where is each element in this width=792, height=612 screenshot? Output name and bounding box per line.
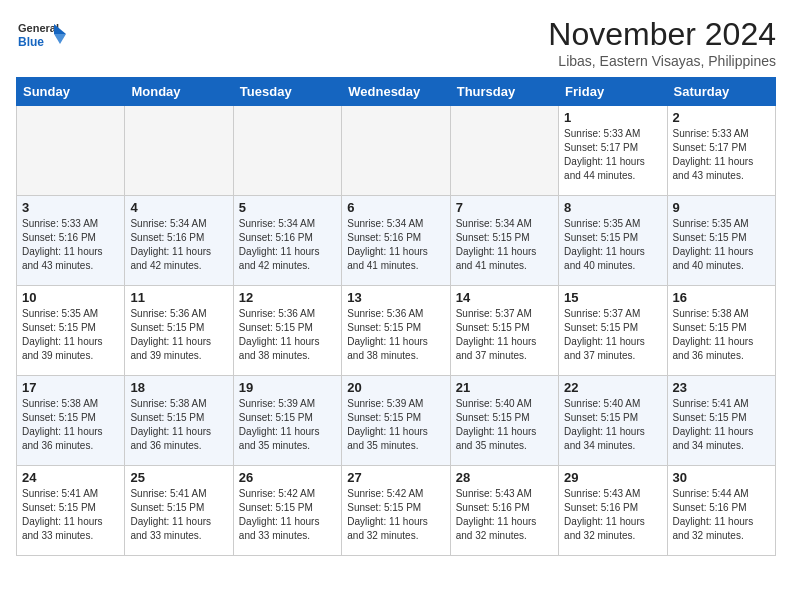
weekday-header-friday: Friday xyxy=(559,78,667,106)
cell-info: Sunrise: 5:36 AM Sunset: 5:15 PM Dayligh… xyxy=(239,307,336,363)
day-number: 16 xyxy=(673,290,770,305)
cal-cell-empty-0-4 xyxy=(450,106,558,196)
cal-cell-day-2: 2Sunrise: 5:33 AM Sunset: 5:17 PM Daylig… xyxy=(667,106,775,196)
cell-info: Sunrise: 5:40 AM Sunset: 5:15 PM Dayligh… xyxy=(456,397,553,453)
cell-info: Sunrise: 5:42 AM Sunset: 5:15 PM Dayligh… xyxy=(239,487,336,543)
month-title: November 2024 xyxy=(548,16,776,53)
cal-cell-day-24: 24Sunrise: 5:41 AM Sunset: 5:15 PM Dayli… xyxy=(17,466,125,556)
weekday-header-row: SundayMondayTuesdayWednesdayThursdayFrid… xyxy=(17,78,776,106)
cal-cell-day-12: 12Sunrise: 5:36 AM Sunset: 5:15 PM Dayli… xyxy=(233,286,341,376)
day-number: 11 xyxy=(130,290,227,305)
cal-cell-day-16: 16Sunrise: 5:38 AM Sunset: 5:15 PM Dayli… xyxy=(667,286,775,376)
day-number: 6 xyxy=(347,200,444,215)
cal-cell-day-21: 21Sunrise: 5:40 AM Sunset: 5:15 PM Dayli… xyxy=(450,376,558,466)
cell-info: Sunrise: 5:44 AM Sunset: 5:16 PM Dayligh… xyxy=(673,487,770,543)
cal-cell-day-1: 1Sunrise: 5:33 AM Sunset: 5:17 PM Daylig… xyxy=(559,106,667,196)
day-number: 4 xyxy=(130,200,227,215)
day-number: 15 xyxy=(564,290,661,305)
cal-cell-day-28: 28Sunrise: 5:43 AM Sunset: 5:16 PM Dayli… xyxy=(450,466,558,556)
weekday-header-thursday: Thursday xyxy=(450,78,558,106)
day-number: 9 xyxy=(673,200,770,215)
day-number: 14 xyxy=(456,290,553,305)
weekday-header-saturday: Saturday xyxy=(667,78,775,106)
day-number: 17 xyxy=(22,380,119,395)
cal-cell-day-27: 27Sunrise: 5:42 AM Sunset: 5:15 PM Dayli… xyxy=(342,466,450,556)
day-number: 26 xyxy=(239,470,336,485)
cell-info: Sunrise: 5:35 AM Sunset: 5:15 PM Dayligh… xyxy=(673,217,770,273)
day-number: 1 xyxy=(564,110,661,125)
cell-info: Sunrise: 5:40 AM Sunset: 5:15 PM Dayligh… xyxy=(564,397,661,453)
cal-cell-day-10: 10Sunrise: 5:35 AM Sunset: 5:15 PM Dayli… xyxy=(17,286,125,376)
logo-icon: General Blue xyxy=(16,16,66,58)
cal-cell-day-4: 4Sunrise: 5:34 AM Sunset: 5:16 PM Daylig… xyxy=(125,196,233,286)
cell-info: Sunrise: 5:43 AM Sunset: 5:16 PM Dayligh… xyxy=(456,487,553,543)
calendar-row-2: 3Sunrise: 5:33 AM Sunset: 5:16 PM Daylig… xyxy=(17,196,776,286)
cal-cell-day-6: 6Sunrise: 5:34 AM Sunset: 5:16 PM Daylig… xyxy=(342,196,450,286)
day-number: 21 xyxy=(456,380,553,395)
cell-info: Sunrise: 5:38 AM Sunset: 5:15 PM Dayligh… xyxy=(130,397,227,453)
logo: General Blue xyxy=(16,16,66,58)
cell-info: Sunrise: 5:39 AM Sunset: 5:15 PM Dayligh… xyxy=(239,397,336,453)
cell-info: Sunrise: 5:34 AM Sunset: 5:16 PM Dayligh… xyxy=(239,217,336,273)
svg-text:General: General xyxy=(18,22,59,34)
day-number: 25 xyxy=(130,470,227,485)
day-number: 28 xyxy=(456,470,553,485)
weekday-header-wednesday: Wednesday xyxy=(342,78,450,106)
cell-info: Sunrise: 5:42 AM Sunset: 5:15 PM Dayligh… xyxy=(347,487,444,543)
day-number: 12 xyxy=(239,290,336,305)
svg-marker-2 xyxy=(54,24,66,34)
weekday-header-sunday: Sunday xyxy=(17,78,125,106)
cell-info: Sunrise: 5:34 AM Sunset: 5:16 PM Dayligh… xyxy=(130,217,227,273)
calendar-row-3: 10Sunrise: 5:35 AM Sunset: 5:15 PM Dayli… xyxy=(17,286,776,376)
cell-info: Sunrise: 5:43 AM Sunset: 5:16 PM Dayligh… xyxy=(564,487,661,543)
day-number: 2 xyxy=(673,110,770,125)
cal-cell-day-11: 11Sunrise: 5:36 AM Sunset: 5:15 PM Dayli… xyxy=(125,286,233,376)
calendar-table: SundayMondayTuesdayWednesdayThursdayFrid… xyxy=(16,77,776,556)
calendar-row-4: 17Sunrise: 5:38 AM Sunset: 5:15 PM Dayli… xyxy=(17,376,776,466)
cell-info: Sunrise: 5:35 AM Sunset: 5:15 PM Dayligh… xyxy=(22,307,119,363)
cell-info: Sunrise: 5:41 AM Sunset: 5:15 PM Dayligh… xyxy=(130,487,227,543)
svg-text:Blue: Blue xyxy=(18,35,44,49)
cal-cell-day-20: 20Sunrise: 5:39 AM Sunset: 5:15 PM Dayli… xyxy=(342,376,450,466)
cal-cell-day-29: 29Sunrise: 5:43 AM Sunset: 5:16 PM Dayli… xyxy=(559,466,667,556)
day-number: 24 xyxy=(22,470,119,485)
cal-cell-day-3: 3Sunrise: 5:33 AM Sunset: 5:16 PM Daylig… xyxy=(17,196,125,286)
cal-cell-day-18: 18Sunrise: 5:38 AM Sunset: 5:15 PM Dayli… xyxy=(125,376,233,466)
day-number: 30 xyxy=(673,470,770,485)
cal-cell-day-25: 25Sunrise: 5:41 AM Sunset: 5:15 PM Dayli… xyxy=(125,466,233,556)
cell-info: Sunrise: 5:33 AM Sunset: 5:17 PM Dayligh… xyxy=(673,127,770,183)
calendar-row-1: 1Sunrise: 5:33 AM Sunset: 5:17 PM Daylig… xyxy=(17,106,776,196)
weekday-header-tuesday: Tuesday xyxy=(233,78,341,106)
calendar-row-5: 24Sunrise: 5:41 AM Sunset: 5:15 PM Dayli… xyxy=(17,466,776,556)
cal-cell-day-5: 5Sunrise: 5:34 AM Sunset: 5:16 PM Daylig… xyxy=(233,196,341,286)
cell-info: Sunrise: 5:37 AM Sunset: 5:15 PM Dayligh… xyxy=(564,307,661,363)
cal-cell-day-7: 7Sunrise: 5:34 AM Sunset: 5:15 PM Daylig… xyxy=(450,196,558,286)
cal-cell-empty-0-1 xyxy=(125,106,233,196)
cell-info: Sunrise: 5:41 AM Sunset: 5:15 PM Dayligh… xyxy=(673,397,770,453)
cell-info: Sunrise: 5:41 AM Sunset: 5:15 PM Dayligh… xyxy=(22,487,119,543)
cell-info: Sunrise: 5:37 AM Sunset: 5:15 PM Dayligh… xyxy=(456,307,553,363)
cal-cell-empty-0-3 xyxy=(342,106,450,196)
day-number: 18 xyxy=(130,380,227,395)
title-area: November 2024 Libas, Eastern Visayas, Ph… xyxy=(548,16,776,69)
cal-cell-day-23: 23Sunrise: 5:41 AM Sunset: 5:15 PM Dayli… xyxy=(667,376,775,466)
day-number: 5 xyxy=(239,200,336,215)
day-number: 8 xyxy=(564,200,661,215)
cal-cell-day-19: 19Sunrise: 5:39 AM Sunset: 5:15 PM Dayli… xyxy=(233,376,341,466)
cell-info: Sunrise: 5:34 AM Sunset: 5:15 PM Dayligh… xyxy=(456,217,553,273)
cal-cell-empty-0-0 xyxy=(17,106,125,196)
cell-info: Sunrise: 5:38 AM Sunset: 5:15 PM Dayligh… xyxy=(673,307,770,363)
day-number: 20 xyxy=(347,380,444,395)
cell-info: Sunrise: 5:33 AM Sunset: 5:16 PM Dayligh… xyxy=(22,217,119,273)
day-number: 23 xyxy=(673,380,770,395)
day-number: 22 xyxy=(564,380,661,395)
cal-cell-day-22: 22Sunrise: 5:40 AM Sunset: 5:15 PM Dayli… xyxy=(559,376,667,466)
cal-cell-day-14: 14Sunrise: 5:37 AM Sunset: 5:15 PM Dayli… xyxy=(450,286,558,376)
cal-cell-empty-0-2 xyxy=(233,106,341,196)
cal-cell-day-15: 15Sunrise: 5:37 AM Sunset: 5:15 PM Dayli… xyxy=(559,286,667,376)
weekday-header-monday: Monday xyxy=(125,78,233,106)
day-number: 7 xyxy=(456,200,553,215)
cell-info: Sunrise: 5:34 AM Sunset: 5:16 PM Dayligh… xyxy=(347,217,444,273)
cal-cell-day-8: 8Sunrise: 5:35 AM Sunset: 5:15 PM Daylig… xyxy=(559,196,667,286)
cal-cell-day-17: 17Sunrise: 5:38 AM Sunset: 5:15 PM Dayli… xyxy=(17,376,125,466)
